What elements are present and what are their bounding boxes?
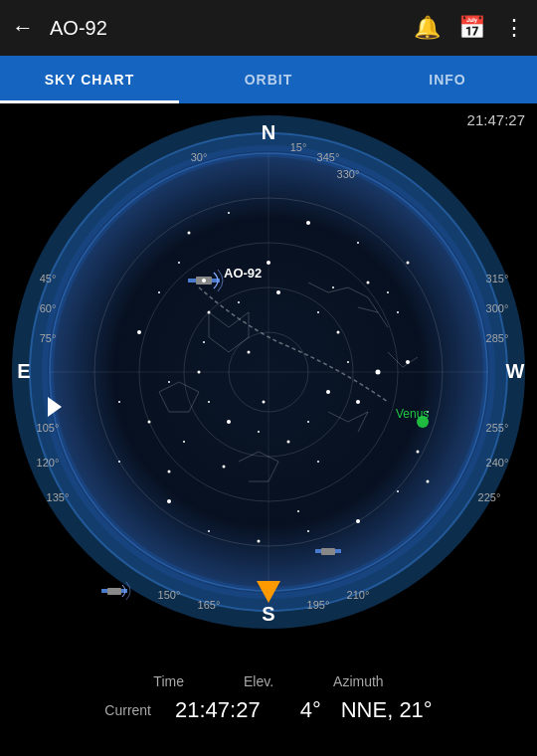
svg-point-56: [356, 400, 360, 404]
svg-text:255°: 255°: [486, 422, 509, 434]
svg-text:Venus: Venus: [396, 407, 429, 421]
elev-value: 4°: [300, 697, 321, 723]
svg-text:105°: 105°: [37, 422, 60, 434]
page-title: AO-92: [50, 17, 414, 40]
svg-text:N: N: [262, 121, 275, 143]
svg-text:120°: 120°: [37, 457, 60, 469]
svg-text:135°: 135°: [47, 491, 70, 503]
elev-label: Elev.: [244, 673, 273, 689]
svg-text:345°: 345°: [317, 151, 340, 163]
svg-point-20: [118, 461, 120, 463]
svg-point-22: [208, 530, 210, 532]
svg-text:240°: 240°: [486, 457, 509, 469]
satellite-label: AO-92: [224, 266, 262, 281]
azimuth-label: Azimuth: [333, 673, 384, 689]
svg-text:E: E: [17, 360, 30, 382]
svg-point-49: [297, 510, 299, 512]
svg-rect-66: [321, 548, 335, 555]
svg-point-39: [307, 421, 309, 423]
current-label: Current: [104, 702, 151, 718]
svg-text:150°: 150°: [158, 589, 181, 601]
svg-point-40: [287, 441, 290, 444]
svg-rect-63: [188, 279, 196, 283]
svg-rect-67: [315, 549, 321, 553]
time-label: Time: [153, 673, 184, 689]
svg-point-26: [397, 490, 399, 492]
svg-point-34: [276, 290, 280, 294]
tab-bar: SKY CHART ORBIT INFO: [0, 56, 537, 103]
svg-point-42: [227, 420, 231, 424]
svg-text:30°: 30°: [191, 151, 208, 163]
svg-point-59: [332, 286, 334, 288]
azimuth-value: NNE, 21°: [341, 697, 433, 723]
svg-text:315°: 315°: [486, 273, 509, 284]
svg-point-13: [306, 221, 310, 225]
svg-point-25: [356, 519, 360, 523]
svg-text:330°: 330°: [337, 168, 360, 180]
svg-point-58: [183, 441, 185, 443]
svg-point-15: [407, 262, 410, 265]
svg-point-33: [238, 301, 240, 303]
svg-point-48: [168, 471, 171, 473]
tab-sky-chart[interactable]: SKY CHART: [0, 56, 179, 103]
svg-point-55: [317, 461, 319, 463]
header-icons: 🔔 📅 ⋮: [414, 15, 525, 41]
tab-orbit[interactable]: ORBIT: [179, 56, 358, 103]
svg-point-16: [158, 291, 160, 293]
svg-point-12: [228, 212, 230, 214]
svg-point-41: [258, 431, 260, 433]
time-display: 21:47:27: [467, 111, 525, 128]
svg-text:W: W: [506, 360, 525, 382]
svg-point-50: [178, 262, 180, 264]
svg-text:195°: 195°: [307, 599, 330, 611]
svg-point-23: [258, 540, 261, 543]
svg-text:60°: 60°: [40, 302, 57, 314]
svg-text:225°: 225°: [478, 491, 501, 503]
time-value: 21:47:27: [175, 697, 261, 723]
svg-point-53: [118, 401, 120, 403]
svg-point-37: [347, 361, 349, 363]
svg-point-65: [202, 279, 206, 283]
info-values: Current 21:47:27 4° NNE, 21°: [104, 697, 432, 723]
svg-point-36: [337, 331, 340, 334]
info-labels: Time Elev. Azimuth: [153, 673, 383, 689]
svg-text:S: S: [262, 603, 274, 625]
svg-rect-64: [212, 279, 220, 283]
svg-point-57: [223, 466, 226, 469]
svg-rect-71: [121, 589, 127, 593]
svg-point-47: [376, 370, 381, 375]
svg-point-38: [326, 390, 330, 394]
svg-point-54: [248, 351, 251, 354]
svg-point-21: [167, 499, 171, 503]
svg-point-46: [267, 261, 270, 265]
svg-point-31: [367, 282, 370, 284]
svg-text:15°: 15°: [290, 141, 307, 153]
back-button[interactable]: ←: [12, 15, 34, 41]
svg-point-14: [357, 242, 359, 244]
svg-point-17: [137, 330, 141, 334]
svg-text:165°: 165°: [198, 599, 221, 611]
bottom-info: Time Elev. Azimuth Current 21:47:27 4° N…: [0, 641, 537, 756]
notification-icon[interactable]: 🔔: [414, 15, 441, 41]
header: ← AO-92 🔔 📅 ⋮: [0, 0, 537, 56]
svg-point-43: [208, 401, 210, 403]
svg-point-19: [148, 421, 151, 424]
svg-point-18: [168, 381, 170, 383]
svg-point-52: [427, 480, 430, 483]
svg-text:75°: 75°: [40, 332, 57, 344]
svg-point-27: [417, 451, 420, 454]
more-options-icon[interactable]: ⋮: [503, 15, 525, 41]
svg-point-30: [397, 311, 399, 313]
sky-chart-svg: AO-92 Venus 15° 345° 30° 330° 60° 45° 75…: [10, 113, 527, 631]
svg-text:300°: 300°: [486, 302, 509, 314]
svg-rect-68: [335, 549, 341, 553]
svg-text:285°: 285°: [486, 332, 509, 344]
calendar-icon[interactable]: 📅: [458, 15, 485, 41]
svg-point-45: [203, 341, 205, 343]
tab-info[interactable]: INFO: [358, 56, 537, 103]
svg-point-44: [198, 371, 201, 374]
svg-text:45°: 45°: [40, 273, 57, 284]
svg-point-24: [307, 530, 309, 532]
svg-rect-69: [107, 588, 121, 595]
sky-chart: 21:47:27: [0, 103, 537, 641]
